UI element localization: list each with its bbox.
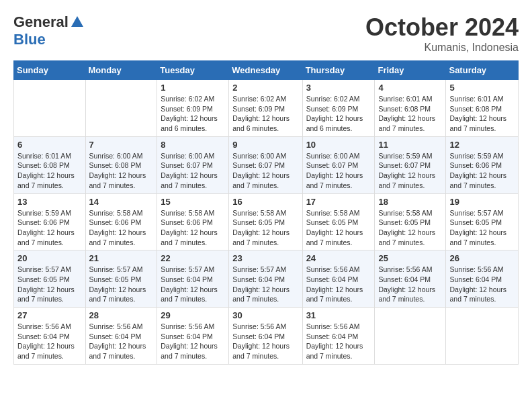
day-info: Sunrise: 5:56 AM Sunset: 6:04 PM Dayligh…	[378, 265, 442, 304]
day-info: Sunrise: 5:56 AM Sunset: 6:04 PM Dayligh…	[17, 322, 82, 361]
day-info: Sunrise: 6:02 AM Sunset: 6:09 PM Dayligh…	[306, 94, 371, 134]
calendar-cell: 22Sunrise: 5:57 AM Sunset: 6:04 PM Dayli…	[157, 250, 229, 308]
day-number: 29	[161, 310, 225, 320]
calendar-cell: 30Sunrise: 5:56 AM Sunset: 6:04 PM Dayli…	[229, 308, 302, 365]
calendar-header-friday: Friday	[375, 61, 446, 80]
day-info: Sunrise: 6:00 AM Sunset: 6:08 PM Dayligh…	[89, 151, 154, 191]
page-header: General Blue October 2024 Kumanis, Indon…	[13, 13, 519, 54]
logo-icon	[70, 15, 85, 30]
calendar-week-3: 13Sunrise: 5:59 AM Sunset: 6:06 PM Dayli…	[14, 193, 519, 250]
day-info: Sunrise: 5:58 AM Sunset: 6:05 PM Dayligh…	[232, 208, 298, 248]
day-number: 26	[449, 253, 515, 263]
calendar-cell: 3Sunrise: 6:02 AM Sunset: 6:09 PM Daylig…	[302, 80, 375, 137]
day-number: 23	[232, 253, 298, 263]
day-info: Sunrise: 5:57 AM Sunset: 6:05 PM Dayligh…	[449, 208, 515, 248]
calendar-cell: 27Sunrise: 5:56 AM Sunset: 6:04 PM Dayli…	[14, 308, 86, 365]
logo: General Blue	[13, 13, 85, 48]
calendar-header-monday: Monday	[85, 61, 157, 80]
day-number: 15	[161, 197, 225, 207]
calendar-cell	[85, 80, 157, 137]
calendar-cell: 29Sunrise: 5:56 AM Sunset: 6:04 PM Dayli…	[157, 308, 229, 365]
day-number: 11	[378, 140, 442, 150]
calendar-cell: 7Sunrise: 6:00 AM Sunset: 6:08 PM Daylig…	[85, 136, 157, 193]
day-number: 20	[17, 253, 82, 263]
day-info: Sunrise: 5:57 AM Sunset: 6:04 PM Dayligh…	[232, 265, 298, 304]
calendar-cell: 24Sunrise: 5:56 AM Sunset: 6:04 PM Dayli…	[302, 250, 375, 308]
day-info: Sunrise: 6:01 AM Sunset: 6:08 PM Dayligh…	[378, 94, 442, 134]
calendar-cell: 13Sunrise: 5:59 AM Sunset: 6:06 PM Dayli…	[14, 193, 86, 250]
calendar-week-4: 20Sunrise: 5:57 AM Sunset: 6:05 PM Dayli…	[14, 250, 519, 308]
month-title: October 2024	[365, 13, 519, 42]
day-number: 7	[89, 140, 154, 150]
calendar-cell: 11Sunrise: 5:59 AM Sunset: 6:07 PM Dayli…	[375, 136, 446, 193]
day-number: 16	[232, 197, 298, 207]
day-number: 5	[449, 83, 515, 93]
day-info: Sunrise: 5:56 AM Sunset: 6:04 PM Dayligh…	[306, 265, 371, 304]
calendar-cell: 15Sunrise: 5:58 AM Sunset: 6:06 PM Dayli…	[157, 193, 229, 250]
calendar-header-saturday: Saturday	[446, 61, 519, 80]
day-number: 4	[378, 83, 442, 93]
calendar-cell: 17Sunrise: 5:58 AM Sunset: 6:05 PM Dayli…	[302, 193, 375, 250]
calendar-cell	[14, 80, 86, 137]
day-info: Sunrise: 5:58 AM Sunset: 6:05 PM Dayligh…	[306, 208, 371, 248]
day-info: Sunrise: 5:57 AM Sunset: 6:05 PM Dayligh…	[17, 265, 82, 304]
calendar-week-5: 27Sunrise: 5:56 AM Sunset: 6:04 PM Dayli…	[14, 308, 519, 365]
title-area: October 2024 Kumanis, Indonesia	[365, 13, 519, 54]
day-info: Sunrise: 5:56 AM Sunset: 6:04 PM Dayligh…	[232, 322, 298, 361]
day-info: Sunrise: 5:58 AM Sunset: 6:06 PM Dayligh…	[161, 208, 225, 248]
calendar-cell: 5Sunrise: 6:01 AM Sunset: 6:08 PM Daylig…	[446, 80, 519, 137]
calendar-cell: 19Sunrise: 5:57 AM Sunset: 6:05 PM Dayli…	[446, 193, 519, 250]
day-info: Sunrise: 6:02 AM Sunset: 6:09 PM Dayligh…	[161, 94, 225, 134]
day-info: Sunrise: 5:59 AM Sunset: 6:07 PM Dayligh…	[378, 151, 442, 191]
day-number: 12	[449, 140, 515, 150]
calendar-cell: 26Sunrise: 5:56 AM Sunset: 6:04 PM Dayli…	[446, 250, 519, 308]
calendar-header-wednesday: Wednesday	[229, 61, 302, 80]
calendar-cell: 25Sunrise: 5:56 AM Sunset: 6:04 PM Dayli…	[375, 250, 446, 308]
calendar-cell: 28Sunrise: 5:56 AM Sunset: 6:04 PM Dayli…	[85, 308, 157, 365]
calendar-cell: 20Sunrise: 5:57 AM Sunset: 6:05 PM Dayli…	[14, 250, 86, 308]
day-number: 2	[232, 83, 298, 93]
day-info: Sunrise: 5:56 AM Sunset: 6:04 PM Dayligh…	[449, 265, 515, 304]
location-subtitle: Kumanis, Indonesia	[365, 42, 519, 54]
day-number: 18	[378, 197, 442, 207]
calendar-cell: 1Sunrise: 6:02 AM Sunset: 6:09 PM Daylig…	[157, 80, 229, 137]
day-number: 31	[306, 310, 371, 320]
day-info: Sunrise: 5:58 AM Sunset: 6:06 PM Dayligh…	[89, 208, 154, 248]
day-info: Sunrise: 6:00 AM Sunset: 6:07 PM Dayligh…	[232, 151, 298, 191]
day-number: 9	[232, 140, 298, 150]
day-info: Sunrise: 5:57 AM Sunset: 6:04 PM Dayligh…	[161, 265, 225, 304]
logo-general-text: General	[13, 13, 69, 31]
calendar-week-2: 6Sunrise: 6:01 AM Sunset: 6:08 PM Daylig…	[14, 136, 519, 193]
day-info: Sunrise: 5:59 AM Sunset: 6:06 PM Dayligh…	[17, 208, 82, 248]
day-number: 19	[449, 197, 515, 207]
day-info: Sunrise: 6:00 AM Sunset: 6:07 PM Dayligh…	[306, 151, 371, 191]
day-info: Sunrise: 6:00 AM Sunset: 6:07 PM Dayligh…	[161, 151, 225, 191]
day-info: Sunrise: 6:01 AM Sunset: 6:08 PM Dayligh…	[17, 151, 82, 191]
calendar-cell: 21Sunrise: 5:57 AM Sunset: 6:05 PM Dayli…	[85, 250, 157, 308]
logo-blue-text: Blue	[13, 31, 46, 48]
svg-marker-0	[71, 16, 83, 27]
day-info: Sunrise: 5:58 AM Sunset: 6:05 PM Dayligh…	[378, 208, 442, 248]
day-info: Sunrise: 5:56 AM Sunset: 6:04 PM Dayligh…	[161, 322, 225, 361]
day-info: Sunrise: 6:02 AM Sunset: 6:09 PM Dayligh…	[232, 94, 298, 134]
day-info: Sunrise: 5:57 AM Sunset: 6:05 PM Dayligh…	[89, 265, 154, 304]
day-info: Sunrise: 5:59 AM Sunset: 6:06 PM Dayligh…	[449, 151, 515, 191]
calendar-cell: 16Sunrise: 5:58 AM Sunset: 6:05 PM Dayli…	[229, 193, 302, 250]
day-number: 28	[89, 310, 154, 320]
day-info: Sunrise: 5:56 AM Sunset: 6:04 PM Dayligh…	[89, 322, 154, 361]
day-number: 25	[378, 253, 442, 263]
day-info: Sunrise: 6:01 AM Sunset: 6:08 PM Dayligh…	[449, 94, 515, 134]
calendar-cell: 9Sunrise: 6:00 AM Sunset: 6:07 PM Daylig…	[229, 136, 302, 193]
calendar-cell: 18Sunrise: 5:58 AM Sunset: 6:05 PM Dayli…	[375, 193, 446, 250]
calendar-cell: 23Sunrise: 5:57 AM Sunset: 6:04 PM Dayli…	[229, 250, 302, 308]
day-info: Sunrise: 5:56 AM Sunset: 6:04 PM Dayligh…	[306, 322, 371, 361]
calendar-cell: 31Sunrise: 5:56 AM Sunset: 6:04 PM Dayli…	[302, 308, 375, 365]
calendar-cell: 14Sunrise: 5:58 AM Sunset: 6:06 PM Dayli…	[85, 193, 157, 250]
day-number: 3	[306, 83, 371, 93]
day-number: 22	[161, 253, 225, 263]
calendar-week-1: 1Sunrise: 6:02 AM Sunset: 6:09 PM Daylig…	[14, 80, 519, 137]
calendar-cell: 6Sunrise: 6:01 AM Sunset: 6:08 PM Daylig…	[14, 136, 86, 193]
day-number: 6	[17, 140, 82, 150]
day-number: 27	[17, 310, 82, 320]
calendar-cell	[375, 308, 446, 365]
